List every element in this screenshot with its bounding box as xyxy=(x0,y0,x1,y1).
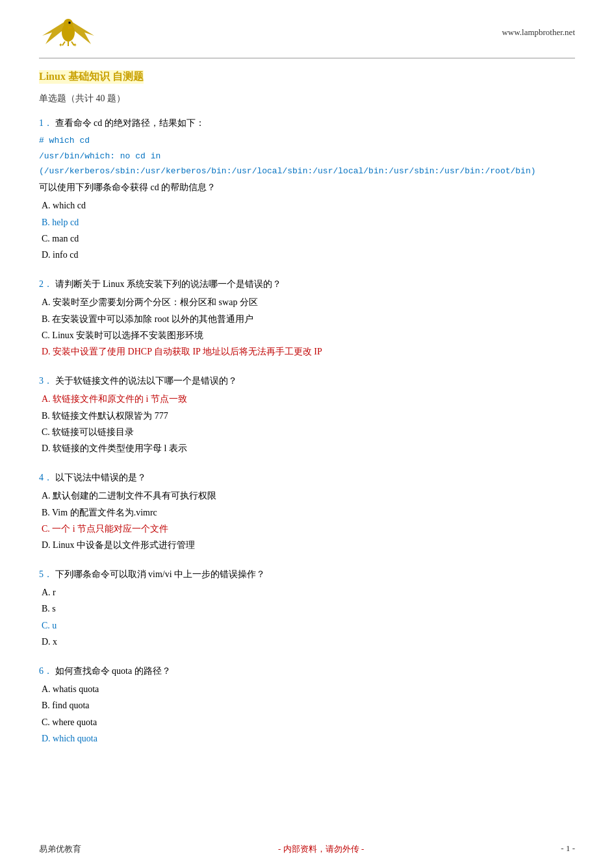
question-text-1: 1． 查看命令 cd 的绝对路径，结果如下： xyxy=(39,116,575,130)
answer-option-6-B: B. find quota xyxy=(39,699,575,713)
answer-option-5-B: B. s xyxy=(39,602,575,616)
answer-option-3-D: D. 软链接的文件类型使用字母 l 表示 xyxy=(39,441,575,456)
answer-option-3-C: C. 软链接可以链接目录 xyxy=(39,425,575,440)
answer-option-5-A: A. r xyxy=(39,586,575,600)
section-label: 单选题（共计 40 题） xyxy=(39,93,575,105)
question-main-text-3: 关于软链接文件的说法以下哪一个是错误的？ xyxy=(55,376,237,386)
website-url: www.lampbrother.net xyxy=(502,27,575,38)
logo-icon: ✦ ✦ xyxy=(39,13,97,49)
question-main-text-1: 查看命令 cd 的绝对路径，结果如下： xyxy=(55,118,205,128)
footer: 易弟优教育 - 内部资料，请勿外传 - - 1 - xyxy=(0,843,614,855)
svg-point-5 xyxy=(69,22,70,23)
answer-option-1-A: A. which cd xyxy=(39,199,575,213)
question-text-2: 2． 请判断关于 Linux 系统安装下列的说法哪一个是错误的？ xyxy=(39,277,575,291)
answer-option-3-B: B. 软链接文件默认权限皆为 777 xyxy=(39,409,575,423)
question-main-text-5: 下列哪条命令可以取消 vim/vi 中上一步的错误操作？ xyxy=(55,569,266,579)
code-line-1-2: (/usr/kerberos/sbin:/usr/kerberos/bin:/u… xyxy=(39,165,575,178)
question-main-text-6: 如何查找命令 quota 的路径？ xyxy=(55,666,171,676)
question-text-6: 6． 如何查找命令 quota 的路径？ xyxy=(39,664,575,678)
header: ✦ ✦ www.lampbrother.net xyxy=(39,13,575,58)
question-block-2: 2． 请判断关于 Linux 系统安装下列的说法哪一个是错误的？A. 安装时至少… xyxy=(39,277,575,360)
answer-option-2-D: D. 安装中设置了使用 DHCP 自动获取 IP 地址以后将无法再手工更改 IP xyxy=(39,345,575,359)
question-main-text-4: 以下说法中错误的是？ xyxy=(55,473,146,482)
question-block-5: 5． 下列哪条命令可以取消 vim/vi 中上一步的错误操作？A. rB. sC… xyxy=(39,567,575,650)
answer-option-5-D: D. x xyxy=(39,635,575,649)
code-line-1-0: # which cd xyxy=(39,134,575,147)
question-block-4: 4． 以下说法中错误的是？A. 默认创建的二进制文件不具有可执行权限B. Vim… xyxy=(39,471,575,553)
answer-option-6-D: D. which quota xyxy=(39,732,575,746)
question-subtext-1: 可以使用下列哪条命令获得 cd 的帮助信息？ xyxy=(39,180,575,195)
question-number-5: 5． xyxy=(39,569,55,579)
answer-option-6-C: C. where quota xyxy=(39,715,575,730)
question-block-6: 6． 如何查找命令 quota 的路径？A. whatis quotaB. fi… xyxy=(39,664,575,747)
question-block-1: 1． 查看命令 cd 的绝对路径，结果如下：# which cd/usr/bin… xyxy=(39,116,575,263)
question-number-4: 4． xyxy=(39,473,55,482)
answer-option-1-D: D. info cd xyxy=(39,248,575,262)
answer-option-4-B: B. Vim 的配置文件名为.vimrc xyxy=(39,506,575,520)
question-number-3: 3． xyxy=(39,376,55,386)
answer-option-4-D: D. Linux 中设备是以文件形式进行管理 xyxy=(39,538,575,552)
answer-option-6-A: A. whatis quota xyxy=(39,682,575,697)
answer-option-2-A: A. 安装时至少需要划分两个分区：根分区和 swap 分区 xyxy=(39,295,575,310)
footer-left: 易弟优教育 xyxy=(39,843,81,855)
answer-option-2-B: B. 在安装设置中可以添加除 root 以外的其他普通用户 xyxy=(39,312,575,327)
answer-option-2-C: C. Linux 安装时可以选择不安装图形环境 xyxy=(39,329,575,343)
answer-option-1-C: C. man cd xyxy=(39,232,575,246)
answer-option-4-A: A. 默认创建的二进制文件不具有可执行权限 xyxy=(39,489,575,503)
question-main-text-2: 请判断关于 Linux 系统安装下列的说法哪一个是错误的？ xyxy=(55,279,281,289)
question-text-3: 3． 关于软链接文件的说法以下哪一个是错误的？ xyxy=(39,374,575,388)
question-number-1: 1． xyxy=(39,118,55,128)
logo-area: ✦ ✦ xyxy=(39,13,104,51)
answer-option-4-C: C. 一个 i 节点只能对应一个文件 xyxy=(39,522,575,536)
answer-option-3-A: A. 软链接文件和原文件的 i 节点一致 xyxy=(39,392,575,406)
question-text-4: 4． 以下说法中错误的是？ xyxy=(39,471,575,485)
questions-container: 1． 查看命令 cd 的绝对路径，结果如下：# which cd/usr/bin… xyxy=(39,116,575,747)
question-number-2: 2． xyxy=(39,279,55,289)
question-block-3: 3． 关于软链接文件的说法以下哪一个是错误的？A. 软链接文件和原文件的 i 节… xyxy=(39,374,575,456)
question-number-6: 6． xyxy=(39,666,55,676)
footer-right: - 1 - xyxy=(561,843,575,855)
answer-option-5-C: C. u xyxy=(39,619,575,633)
footer-center: - 内部资料，请勿外传 - xyxy=(278,843,364,855)
page-title: Linux 基础知识 自测题 xyxy=(39,70,144,84)
answer-option-1-B: B. help cd xyxy=(39,216,575,230)
page: ✦ ✦ www.lampbrother.net Linux 基础知识 自测题 单… xyxy=(0,0,614,868)
question-text-5: 5． 下列哪条命令可以取消 vim/vi 中上一步的错误操作？ xyxy=(39,567,575,582)
code-line-1-1: /usr/bin/which: no cd in xyxy=(39,150,575,163)
